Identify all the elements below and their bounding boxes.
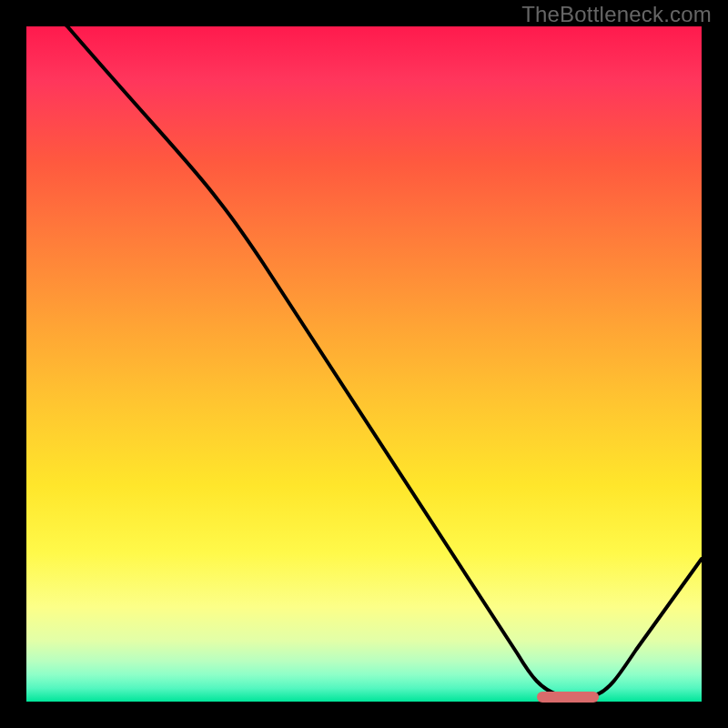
bottleneck-curve <box>26 26 702 702</box>
watermark-text: TheBottleneck.com <box>521 2 712 27</box>
optimal-range-marker <box>537 692 599 703</box>
chart-container: TheBottleneck.com <box>0 0 728 728</box>
plot-area <box>26 26 702 702</box>
curve-path <box>26 26 702 695</box>
